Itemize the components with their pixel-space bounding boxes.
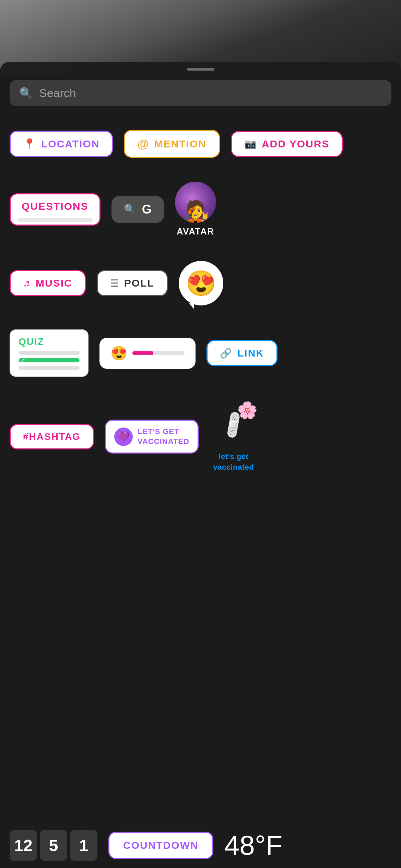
add-yours-sticker[interactable]: 📷 ADD YOURS: [231, 131, 343, 157]
poll-icon: ☰: [110, 278, 119, 289]
search-g-icon: 🔍: [124, 204, 136, 215]
bandaid-caption: let's getvaccinated: [213, 451, 254, 473]
location-icon: 📍: [23, 138, 36, 150]
avatar-circle: 🧑‍🎤: [175, 182, 216, 223]
countdown-num-1: 12: [10, 830, 37, 861]
vaccination-icon: 💜: [114, 427, 133, 446]
search-bar[interactable]: 🔍 Search: [10, 80, 391, 106]
search-g-sticker[interactable]: 🔍 G: [111, 196, 164, 223]
bottom-partial-row: 12 5 1 COUNTDOWN 48°F: [0, 830, 401, 868]
hashtag-sticker[interactable]: #HASHTAG: [10, 424, 94, 449]
slider-fill: [132, 351, 153, 355]
sticker-grid: 📍 LOCATION @ MENTION 📷 ADD YOURS QUESTIO…: [10, 130, 391, 473]
avatar-figure: 🧑‍🎤: [182, 201, 209, 223]
link-label: LINK: [237, 347, 264, 359]
search-placeholder: Search: [39, 86, 76, 100]
vaccination-sticker[interactable]: 💜 LET'S GETVACCINATED: [105, 420, 199, 454]
countdown-sticker[interactable]: COUNTDOWN: [108, 832, 213, 859]
location-label: LOCATION: [41, 138, 99, 150]
sticker-row-3: ♬ MUSIC ☰ POLL 😍: [10, 261, 391, 305]
vaccination-text: LET'S GETVACCINATED: [138, 427, 189, 446]
location-sticker[interactable]: 📍 LOCATION: [10, 131, 113, 157]
quiz-bar-empty: [19, 351, 80, 355]
hashtag-label: #HASHTAG: [23, 431, 81, 442]
questions-label: QUESTIONS: [22, 201, 89, 212]
quiz-label: QUIZ: [19, 336, 80, 347]
avatar-sticker[interactable]: 🧑‍🎤 AVATAR: [175, 182, 216, 237]
add-yours-label: ADD YOURS: [262, 138, 329, 150]
poll-sticker[interactable]: ☰ POLL: [97, 270, 168, 296]
quiz-checkmark-icon: ✓: [21, 357, 26, 364]
slider-sticker[interactable]: 😍: [99, 338, 196, 369]
drag-handle[interactable]: [187, 68, 214, 71]
quiz-bar-empty2: [19, 366, 80, 370]
countdown-numbers: 12 5 1: [10, 830, 97, 861]
mention-icon: @: [137, 137, 149, 150]
countdown-label: COUNTDOWN: [123, 840, 199, 851]
mention-label: MENTION: [154, 138, 207, 150]
link-icon: 🔗: [220, 348, 232, 359]
sticker-row-1: 📍 LOCATION @ MENTION 📷 ADD YOURS: [10, 130, 391, 158]
search-g-letter: G: [142, 202, 152, 217]
music-label: MUSIC: [36, 277, 72, 289]
sticker-row-5: #HASHTAG 💜 LET'S GETVACCINATED 🩹 🌸 let's…: [10, 401, 391, 473]
flower-icon: 🌸: [237, 401, 258, 420]
sticker-picker-sheet: 🔍 Search 📍 LOCATION @ MENTION 📷 ADD YOUR…: [0, 62, 401, 868]
react-emoji: 😍: [186, 269, 216, 298]
mention-sticker[interactable]: @ MENTION: [124, 130, 220, 158]
slider-track: [132, 351, 185, 355]
quiz-bar-green: ✓: [19, 358, 80, 362]
countdown-num-2: 5: [40, 830, 67, 861]
sticker-row-4: QUIZ ✓ 😍 🔗 LINK: [10, 329, 391, 377]
heart-icon: 💜: [117, 431, 130, 443]
avatar-label: AVATAR: [177, 226, 214, 237]
countdown-num-3: 1: [70, 830, 97, 861]
link-sticker[interactable]: 🔗 LINK: [207, 340, 278, 366]
poll-label: POLL: [124, 277, 154, 289]
questions-sticker[interactable]: QUESTIONS: [10, 193, 101, 226]
quiz-sticker[interactable]: QUIZ ✓: [10, 329, 89, 377]
temperature-display: 48°F: [224, 830, 283, 861]
emoji-react-sticker[interactable]: 😍: [179, 261, 223, 305]
slider-emoji: 😍: [110, 345, 128, 361]
search-icon: 🔍: [19, 87, 33, 100]
bandaid-sticker[interactable]: 🩹 🌸 let's getvaccinated: [210, 401, 258, 473]
music-icon: ♬: [23, 278, 30, 289]
music-sticker[interactable]: ♬ MUSIC: [10, 270, 86, 296]
camera-icon: 📷: [244, 138, 256, 149]
bandaid-image: 🩹 🌸: [210, 401, 258, 449]
sticker-row-2: QUESTIONS 🔍 G 🧑‍🎤 AVATAR: [10, 182, 391, 237]
